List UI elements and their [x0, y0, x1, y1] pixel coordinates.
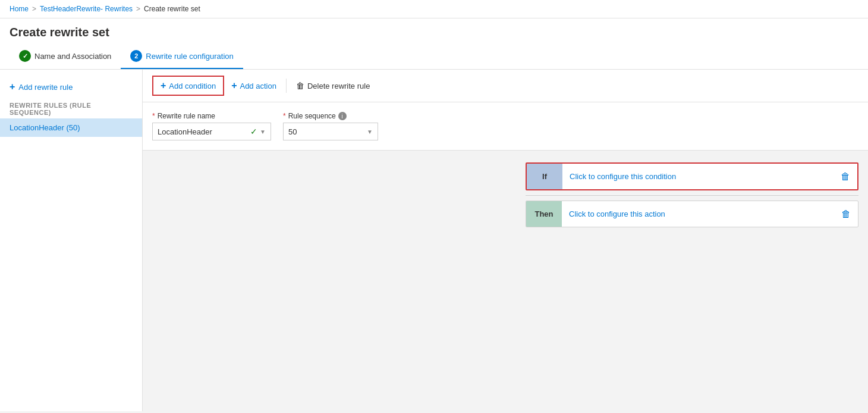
rule-sequence-input[interactable]: 50 ▼: [283, 123, 378, 140]
toolbar: + Add condition + Add action 🗑 Delete re…: [143, 70, 868, 102]
add-rule-label: Add rewrite rule: [18, 83, 73, 92]
if-label: If: [527, 164, 562, 189]
breadcrumb-home[interactable]: Home: [10, 5, 29, 13]
then-action-text[interactable]: Click to configure this action: [562, 201, 834, 227]
add-rewrite-rule-button[interactable]: + Add rewrite rule: [0, 77, 142, 97]
add-action-plus-icon: +: [231, 80, 237, 91]
required-star-1: *: [152, 112, 155, 120]
then-action-delete-button[interactable]: 🗑: [834, 201, 858, 227]
tab-check-icon: ✓: [19, 50, 31, 62]
delete-rule-label: Delete rewrite rule: [307, 82, 370, 90]
then-action-card: Then Click to configure this action 🗑: [526, 201, 858, 227]
tab-rewrite-rule-config-label: Rewrite rule configuration: [146, 52, 233, 61]
rewrite-rule-name-field: * Rewrite rule name LocationHeader ✓ ▼: [152, 112, 271, 140]
breadcrumb-parent[interactable]: TestHeaderRewrite- Rewrites: [40, 5, 133, 13]
rule-sequence-value: 50: [288, 127, 364, 136]
add-condition-plus-icon: +: [161, 80, 166, 91]
condition-divider: [526, 195, 858, 196]
action-then-wrapper: Then Click to configure this action 🗑: [526, 201, 858, 227]
rules-section-label: REWRITE RULES (RULE SEQUENCE): [0, 97, 142, 118]
breadcrumb-sep2: >: [136, 5, 140, 13]
tab-rewrite-rule-config[interactable]: 2 Rewrite rule configuration: [121, 44, 243, 69]
form-row: * Rewrite rule name LocationHeader ✓ ▼ *…: [152, 112, 858, 140]
rewrite-rule-name-value: LocationHeader: [158, 127, 248, 136]
if-condition-card: If Click to configure this condition 🗑: [526, 162, 858, 190]
name-dropdown-icon: ▼: [260, 129, 266, 135]
tab-name-association[interactable]: ✓ Name and Association: [10, 44, 121, 69]
sidebar: + Add rewrite rule REWRITE RULES (RULE S…: [0, 70, 143, 411]
rule-sequence-label: * Rule sequence i: [283, 112, 378, 120]
toolbar-separator: [286, 79, 287, 93]
delete-rewrite-rule-button[interactable]: 🗑 Delete rewrite rule: [289, 77, 378, 94]
sidebar-rule-item[interactable]: LocationHeader (50): [0, 118, 142, 137]
add-action-label: Add action: [240, 82, 276, 90]
breadcrumb-current: Create rewrite set: [144, 5, 200, 13]
add-condition-label: Add condition: [169, 82, 216, 90]
rewrite-rule-name-input[interactable]: LocationHeader ✓ ▼: [152, 123, 271, 140]
conditions-actions-area: If Click to configure this condition 🗑 T…: [143, 151, 868, 239]
page-title: Create rewrite set: [0, 18, 868, 44]
if-condition-text[interactable]: Click to configure this condition: [562, 164, 834, 189]
tab-bar: ✓ Name and Association 2 Rewrite rule co…: [0, 44, 868, 70]
if-condition-delete-button[interactable]: 🗑: [834, 164, 857, 189]
then-delete-trash-icon: 🗑: [841, 209, 851, 220]
name-check-icon: ✓: [250, 127, 257, 136]
add-condition-button[interactable]: + Add condition: [152, 76, 224, 96]
breadcrumb: Home > TestHeaderRewrite- Rewrites > Cre…: [0, 0, 868, 18]
required-star-2: *: [283, 112, 286, 120]
rewrite-rule-name-label: * Rewrite rule name: [152, 112, 271, 120]
tab-name-association-label: Name and Association: [34, 52, 111, 61]
sequence-dropdown-icon: ▼: [367, 129, 373, 135]
delete-rule-trash-icon: 🗑: [296, 81, 304, 90]
tab-num-icon: 2: [130, 50, 142, 62]
form-area: * Rewrite rule name LocationHeader ✓ ▼ *…: [143, 102, 868, 151]
rule-sequence-field: * Rule sequence i 50 ▼: [283, 112, 378, 140]
main-layout: + Add rewrite rule REWRITE RULES (RULE S…: [0, 70, 868, 411]
add-action-button[interactable]: + Add action: [224, 77, 284, 95]
content-area: + Add condition + Add action 🗑 Delete re…: [143, 70, 868, 411]
breadcrumb-sep1: >: [32, 5, 36, 13]
condition-if-wrapper: If Click to configure this condition 🗑: [526, 162, 858, 190]
if-delete-trash-icon: 🗑: [841, 171, 850, 182]
add-rule-plus-icon: +: [10, 82, 15, 92]
rule-sequence-info-icon[interactable]: i: [338, 112, 347, 120]
then-label: Then: [526, 201, 562, 227]
